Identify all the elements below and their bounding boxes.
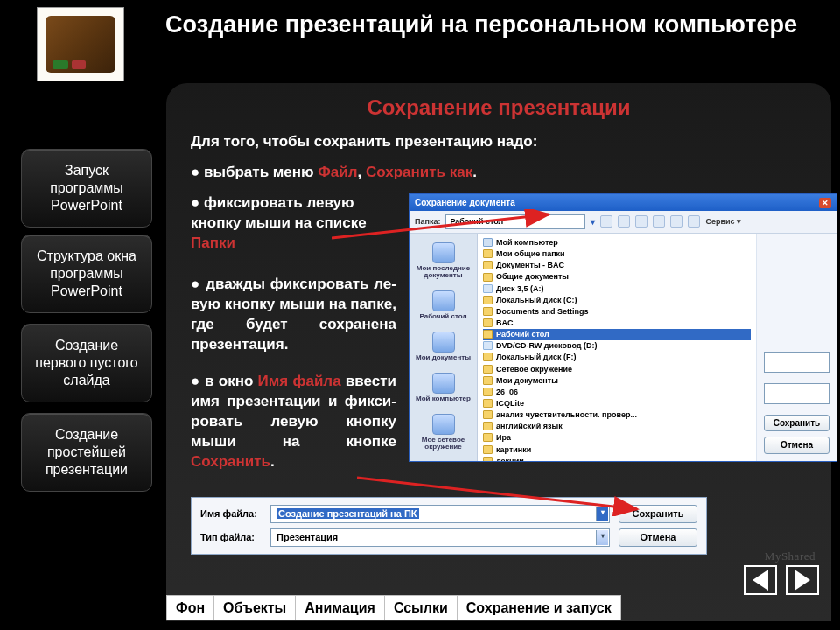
filename-label: Имя файла:: [200, 508, 262, 521]
nav-window-structure[interactable]: Структура окна программы PowerPoint: [21, 234, 152, 313]
file-item[interactable]: ICQLite: [483, 397, 751, 409]
recent-icon: [432, 242, 455, 263]
folder-icon: [483, 388, 493, 396]
dialog-title: Сохранение документа: [415, 197, 515, 209]
logo: [37, 7, 124, 81]
save-button[interactable]: Сохранить: [764, 415, 830, 432]
file-list[interactable]: Мой компьютерМои общие папкиДокументы - …: [478, 234, 756, 461]
filename-field[interactable]: Создание презентаций на ПК▾: [270, 505, 610, 523]
file-item[interactable]: Локальный диск (C:): [483, 294, 751, 305]
content-panel: Сохранение презентации Для того, чтобы с…: [166, 83, 831, 621]
computer-icon: [432, 373, 455, 394]
folder-icon: [483, 330, 493, 339]
next-slide-button[interactable]: [786, 565, 819, 595]
nav-create-simple-presentation[interactable]: Создание простейшей презентации: [21, 413, 152, 492]
bullet-3: ● дважды фиксировать ле­вую кнопку мыши …: [191, 275, 396, 355]
file-item[interactable]: BAC: [483, 318, 751, 329]
file-item[interactable]: Documents and Settings: [483, 305, 751, 317]
chevron-down-icon[interactable]: ▾: [596, 507, 608, 522]
views-icon[interactable]: [688, 215, 700, 228]
file-item[interactable]: Мои общие папки: [483, 248, 751, 260]
file-item[interactable]: английский язык: [483, 421, 751, 432]
tab-background[interactable]: Фон: [166, 595, 214, 620]
intro-line: Для того, чтобы сохранить презентацию на…: [191, 132, 807, 152]
cancel-button-bottom[interactable]: Отмена: [619, 528, 697, 547]
filename-panel: Имя файла: Создание презентаций на ПК▾ С…: [191, 497, 707, 555]
chevron-down-icon[interactable]: ▾: [591, 216, 595, 228]
place-mycomputer[interactable]: Мой компьютер: [410, 368, 477, 409]
file-item[interactable]: DVD/CD-RW дисковод (D:): [483, 340, 751, 352]
tab-animation[interactable]: Анимация: [296, 595, 385, 620]
place-recent[interactable]: Мои последние документы: [410, 237, 477, 286]
tab-objects[interactable]: Объекты: [214, 595, 296, 620]
file-item[interactable]: анализ чувствительности. провер...: [483, 410, 751, 421]
folder-dropdown[interactable]: Рабочий стол: [445, 214, 585, 228]
tab-save-and-run[interactable]: Сохранение и запуск: [458, 595, 621, 620]
triangle-left-icon: [752, 570, 768, 591]
combo-placeholder-2[interactable]: [764, 383, 830, 404]
triangle-right-icon: [794, 570, 810, 591]
dialog-right-pane: Сохранить Отмена: [756, 234, 836, 461]
delete-icon[interactable]: [653, 215, 665, 228]
place-mydocs[interactable]: Мои документы: [410, 326, 477, 368]
file-item[interactable]: Мои документы: [483, 374, 751, 386]
dialog-toolbar: Папка: Рабочий стол ▾ Сервис ▾: [410, 211, 836, 233]
dialog-titlebar: Сохранение документа ✕: [410, 194, 836, 212]
file-item[interactable]: Диск 3,5 (A:): [483, 283, 751, 294]
file-item[interactable]: Рабочий стол: [483, 329, 751, 340]
back-icon[interactable]: [600, 215, 612, 228]
tab-links[interactable]: Ссылки: [385, 595, 458, 620]
cancel-button[interactable]: Отмена: [764, 437, 830, 454]
prev-slide-button[interactable]: [744, 565, 777, 595]
newfolder-icon[interactable]: [670, 215, 682, 228]
file-item[interactable]: Локальный диск (F:): [483, 352, 751, 363]
watermark: MyShared: [765, 550, 816, 564]
file-item[interactable]: 26_06: [483, 386, 751, 397]
place-network[interactable]: Мое сетевое окружение: [410, 409, 477, 458]
file-item[interactable]: лекции: [483, 455, 751, 460]
slide: Создание презентаций на персональном ком…: [0, 0, 840, 630]
folder-icon: [483, 353, 493, 361]
section-title: Сохранение презентации: [191, 95, 807, 120]
file-item[interactable]: Сетевое окружение: [483, 363, 751, 374]
file-item[interactable]: картинки: [483, 444, 751, 455]
folder-icon: [483, 457, 493, 461]
filetype-field[interactable]: Презентация▾: [270, 528, 610, 547]
folder-icon: [483, 307, 493, 316]
papka-label: Папка:: [415, 216, 440, 227]
up-icon[interactable]: [618, 215, 630, 228]
folder-icon: [483, 249, 493, 258]
documents-icon: [432, 332, 455, 353]
folder-icon: [483, 296, 493, 304]
folder-icon: [483, 433, 493, 442]
service-menu[interactable]: Сервис ▾: [705, 216, 741, 227]
save-button-bottom[interactable]: Сохранить: [619, 505, 697, 523]
chevron-down-icon[interactable]: ▾: [596, 530, 608, 545]
bullet-1: ● выбрать меню Файл, Сохранить как.: [191, 163, 807, 183]
folder-icon: [483, 284, 493, 293]
folder-icon: [483, 422, 493, 430]
folder-icon: [483, 238, 493, 247]
place-desktop[interactable]: Рабочий стол: [410, 285, 477, 326]
combo-placeholder[interactable]: [764, 352, 830, 373]
desktop-icon: [432, 290, 455, 312]
body-text: Для того, чтобы сохранить презентацию на…: [191, 132, 807, 555]
file-item[interactable]: Мой компьютер: [483, 237, 751, 248]
folder-icon: [483, 445, 493, 454]
nav-create-blank-slide[interactable]: Создание первого пустого слайда: [21, 324, 152, 402]
folder-icon: [483, 410, 493, 419]
folder-icon: [483, 376, 493, 385]
folder-icon: [483, 399, 493, 408]
places-bar: Мои последние документы Рабочий стол Мои…: [410, 234, 478, 461]
file-item[interactable]: Ира: [483, 432, 751, 444]
folder-icon: [483, 261, 493, 270]
folder-icon: [483, 318, 493, 327]
close-icon[interactable]: ✕: [819, 198, 831, 208]
nav-launch-powerpoint[interactable]: Запуск программы PowerPoint: [21, 149, 152, 228]
file-item[interactable]: Общие документы: [483, 271, 751, 283]
folder-icon: [483, 273, 493, 282]
file-item[interactable]: Документы - BAC: [483, 260, 751, 271]
search-icon[interactable]: [635, 215, 648, 228]
network-icon: [432, 414, 455, 435]
bullet-4: ● в окно Имя файла ввести имя презентаци…: [191, 372, 396, 472]
